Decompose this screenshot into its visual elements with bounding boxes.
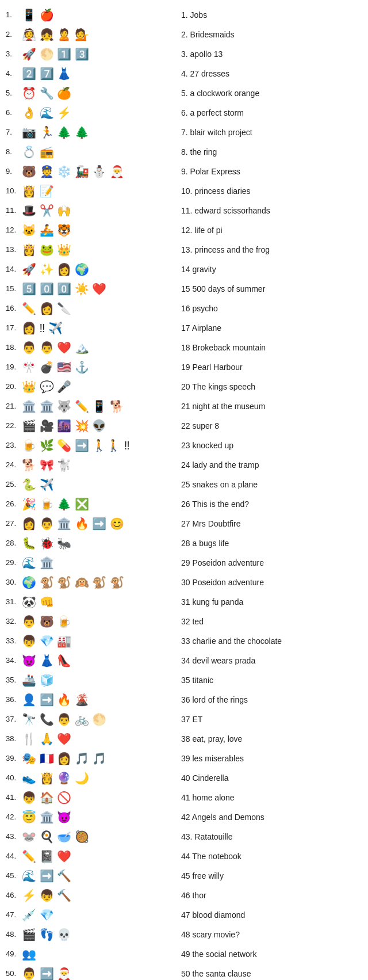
emoji-content: 💉 💎: [22, 907, 54, 922]
emoji-row: 8.💍 📻: [6, 143, 172, 161]
emoji-row: 44.✏️ 📓 ❤️: [6, 847, 172, 865]
emoji-content: 🎬 🎥 🌆 💥 👽: [22, 418, 106, 433]
emoji-num: 1.: [6, 9, 22, 21]
emoji-row: 26.🎉 🍺 🌲 ❎: [6, 495, 172, 513]
answer-text: 20 The kings speech: [181, 381, 255, 393]
emoji-num: 5.: [6, 87, 22, 99]
emoji-num: 27.: [6, 518, 22, 529]
answer-row: 1. Jobs: [181, 6, 365, 24]
emoji-num: 21.: [6, 401, 22, 412]
answer-row: 16 psycho: [181, 299, 365, 318]
emoji-content: 🚀 🌕 1️⃣ 3️⃣: [22, 47, 89, 62]
emoji-num: 36.: [6, 694, 22, 706]
emoji-content: 👥: [22, 947, 36, 962]
answer-text: 49 the social network: [181, 948, 257, 960]
answer-row: 46 thor: [181, 886, 365, 905]
answer-text: 12. life of pi: [181, 224, 223, 237]
emoji-content: 🚢 🧊: [22, 673, 54, 688]
emoji-content: 📷 🏃 🌲 🌲: [22, 125, 89, 140]
emoji-num: 37.: [6, 714, 22, 725]
answers-column: 1. Jobs2. Bridesmaids3. apollo 134. 27 d…: [175, 6, 368, 980]
emoji-num: 44.: [6, 851, 22, 862]
emoji-num: 18.: [6, 342, 22, 353]
answer-row: 47 blood diamond: [181, 906, 365, 924]
emoji-row: 24.🐕 🎀 🐩: [6, 456, 172, 474]
answer-text: 21 night at the museum: [181, 401, 265, 413]
emoji-content: 😇 🏛️ 😈: [22, 810, 71, 825]
emoji-row: 10.👸 📝: [6, 182, 172, 200]
emoji-num: 47.: [6, 909, 22, 921]
answer-text: 2. Bridesmaids: [181, 29, 235, 41]
answer-row: 27 Mrs Doubtfire: [181, 514, 365, 533]
emoji-content: 🌊 ➡️ 🔨: [22, 868, 71, 883]
emoji-content: 🔭 📞 👨 🚲 🌕: [22, 712, 106, 727]
answer-row: 40 Cinderella: [181, 769, 365, 787]
emoji-row: 11.🎩 ✂️ 🙌: [6, 201, 172, 220]
answer-text: 16 psycho: [181, 303, 218, 315]
answer-text: 35 titanic: [181, 674, 213, 687]
answer-row: 39 les miserables: [181, 749, 365, 768]
answer-row: 50 the santa clause: [181, 964, 365, 980]
answer-row: 19 Pearl Harbour: [181, 358, 365, 376]
emoji-content: 👸 📝: [22, 184, 54, 199]
emoji-row: 25.🐍 ✈️: [6, 475, 172, 494]
emoji-num: 49.: [6, 948, 22, 960]
answer-text: 27 Mrs Doubtfire: [181, 518, 240, 530]
answer-text: 11. edward scissorhands: [181, 205, 270, 217]
emoji-content: 👌 🌊 ⚡: [22, 105, 71, 120]
emoji-num: 11.: [6, 205, 22, 216]
emoji-num: 6.: [6, 107, 22, 119]
answer-text: 41 home alone: [181, 792, 235, 804]
answer-row: 44 The notebook: [181, 847, 365, 865]
answer-row: 3. apollo 13: [181, 45, 365, 63]
emoji-content: ✏️ 👩 🔪: [22, 301, 71, 316]
emoji-row: 28.🐛 🐞 🐜: [6, 534, 172, 552]
emoji-num: 35.: [6, 674, 22, 686]
answer-text: 33 charlie and the chocolate: [181, 635, 282, 647]
answer-text: 24 lady and the tramp: [181, 459, 259, 471]
emoji-content: 🚀 ✨ 👩 🌍: [22, 262, 89, 277]
emoji-content: 🎭 🇫🇷 👩 🎵 🎵: [22, 751, 106, 766]
answer-row: 25 snakes on a plane: [181, 475, 365, 494]
answer-text: 36 lord of the rings: [181, 694, 248, 706]
emoji-row: 17.👩 ‼️ ✈️: [6, 319, 172, 337]
answer-text: 5. a clockwork orange: [181, 87, 259, 100]
answer-row: 33 charlie and the chocolate: [181, 632, 365, 650]
emoji-num: 41.: [6, 792, 22, 803]
answer-row: 12. life of pi: [181, 221, 365, 239]
emoji-row: 30.🌍 🐒 🐒 🙉 🐒 🐒: [6, 573, 172, 592]
answer-text: 37 ET: [181, 714, 202, 726]
emoji-row: 50.👨 ➡️ 🎅: [6, 964, 172, 980]
emoji-num: 31.: [6, 596, 22, 608]
emoji-num: 12.: [6, 224, 22, 236]
emoji-row: 3.🚀 🌕 1️⃣ 3️⃣: [6, 45, 172, 63]
emoji-row: 38.🍴 🙏 ❤️: [6, 730, 172, 748]
answer-text: 40 Cinderella: [181, 772, 229, 784]
emoji-content: 👨 👨 ❤️ 🏔️: [22, 340, 89, 355]
answer-text: 30 Poseidon adventure: [181, 577, 264, 589]
answer-row: 5. a clockwork orange: [181, 84, 365, 102]
emoji-num: 34.: [6, 655, 22, 666]
emoji-content: 🐍 ✈️: [22, 477, 54, 492]
emoji-row: 34.😈 👗 👠: [6, 651, 172, 670]
emoji-row: 22.🎬 🎥 🌆 💥 👽: [6, 417, 172, 435]
emoji-content: 📱 🍎: [22, 7, 54, 22]
emoji-num: 23.: [6, 440, 22, 451]
emoji-row: 32.👨 🐻 🍺: [6, 612, 172, 631]
answer-text: 3. apollo 13: [181, 48, 223, 60]
answer-row: 6. a perfect storm: [181, 104, 365, 122]
emoji-row: 42.😇 🏛️ 😈: [6, 808, 172, 826]
emoji-num: 13.: [6, 244, 22, 256]
emoji-content: 🐭 🍳 🥣 🥘: [22, 829, 89, 844]
emoji-row: 48.🎬 👣 💀: [6, 925, 172, 944]
answer-row: 49 the social network: [181, 945, 365, 963]
answer-row: 21 night at the museum: [181, 397, 365, 415]
answer-row: 42 Angels and Demons: [181, 808, 365, 826]
answer-row: 38 eat, pray, love: [181, 730, 365, 748]
emoji-content: 🐻 👮 ❄️ 🚂 ⛄ 🎅: [22, 164, 124, 179]
answer-row: 31 kung fu panda: [181, 593, 365, 611]
emoji-content: 🍺 🌿 💊 ➡️ 🚶🚶 ‼️: [22, 438, 130, 453]
emoji-num: 4.: [6, 68, 22, 79]
emoji-content: 👦 💎 🏭: [22, 634, 71, 649]
emoji-content: 😈 👗 👠: [22, 653, 71, 668]
